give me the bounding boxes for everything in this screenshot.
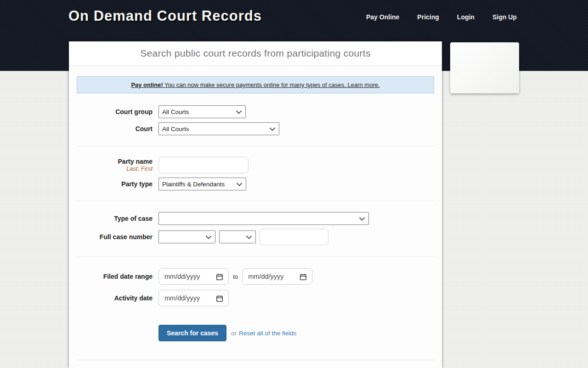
type-of-case-label: Type of case	[77, 215, 153, 222]
page-title: Search public court records from partici…	[140, 48, 370, 59]
filed-date-from-input[interactable]: mm/dd/yyyy	[158, 268, 229, 285]
nav-signup[interactable]: Sign Up	[492, 13, 517, 21]
type-of-case-row: Type of case	[77, 212, 434, 225]
filed-date-to-input[interactable]: mm/dd/yyyy	[242, 268, 312, 285]
party-name-input[interactable]	[158, 157, 249, 173]
party-type-row: Party type Plaintiffs & Defendants	[77, 178, 434, 190]
chevron-down-icon	[237, 183, 242, 186]
calendar-icon[interactable]	[216, 273, 223, 281]
date-placeholder: mm/dd/yyyy	[164, 273, 200, 280]
calendar-icon[interactable]	[300, 273, 307, 281]
party-type-select-value: Plaintiffs & Defendants	[162, 181, 225, 188]
pay-online-banner-bold: Pay online!	[131, 81, 163, 88]
pay-online-banner-text: You can now make secure payments online …	[163, 81, 380, 88]
actions-row: Search for cases or Reset all of the fie…	[77, 325, 434, 341]
court-group-select[interactable]: All Courts	[158, 105, 246, 118]
chevron-down-icon	[206, 236, 211, 239]
section-divider	[77, 201, 434, 201]
card-header: Search public court records from partici…	[69, 41, 442, 66]
chevron-down-icon	[359, 217, 365, 221]
section-divider	[77, 360, 434, 360]
court-row: Court All Courts	[77, 122, 434, 135]
court-group-select-value: All Courts	[162, 109, 189, 115]
type-of-case-select[interactable]	[158, 212, 369, 225]
case-number-select-1[interactable]	[158, 230, 215, 243]
filed-date-range-label: Filed date range	[77, 273, 153, 280]
search-form: Pay online! You can now make secure paym…	[69, 76, 442, 360]
reset-link[interactable]: Reset all of the fields	[239, 330, 296, 337]
nav-login[interactable]: Login	[457, 13, 475, 21]
chevron-down-icon	[236, 110, 242, 114]
case-number-input[interactable]	[260, 229, 328, 245]
section-divider	[77, 146, 434, 146]
nav-pricing[interactable]: Pricing	[417, 13, 439, 21]
court-group-label: Court group	[77, 108, 153, 115]
party-name-hint: Last, First	[77, 166, 153, 172]
court-group-row: Court group All Courts	[77, 105, 434, 118]
site-logo[interactable]: On Demand Court Records	[68, 8, 262, 24]
chevron-down-icon	[270, 127, 275, 131]
activity-date-input[interactable]: mm/dd/yyyy	[158, 290, 229, 306]
calendar-icon[interactable]	[216, 295, 223, 302]
party-name-label-text: Party name	[118, 158, 153, 165]
activity-date-label: Activity date	[77, 294, 153, 302]
party-type-label: Party type	[77, 180, 153, 188]
pay-online-banner-link[interactable]: Pay online! You can now make secure paym…	[131, 81, 379, 88]
court-select[interactable]: All Courts	[158, 122, 279, 135]
court-label: Court	[77, 125, 153, 132]
party-name-row: Party name Last, First	[77, 157, 434, 173]
search-button[interactable]: Search for cases	[158, 325, 226, 341]
court-select-value: All Courts	[162, 126, 189, 132]
pay-online-banner: Pay online! You can now make secure paym…	[77, 76, 434, 93]
chevron-down-icon	[246, 236, 252, 239]
promo-box	[450, 42, 519, 93]
party-type-select[interactable]: Plaintiffs & Defendants	[158, 178, 246, 190]
full-case-number-row: Full case number	[77, 229, 434, 245]
section-divider	[77, 256, 434, 257]
case-number-select-2[interactable]	[219, 230, 256, 243]
date-placeholder: mm/dd/yyyy	[248, 273, 283, 280]
or-text: or	[231, 330, 237, 337]
search-card: Search public court records from partici…	[69, 41, 442, 368]
date-range-separator: to	[233, 273, 238, 280]
activity-date-row: Activity date mm/dd/yyyy	[77, 290, 434, 306]
filed-date-range-row: Filed date range mm/dd/yyyy to mm/dd/yyy…	[77, 268, 434, 285]
main-nav: Pay Online Pricing Login Sign Up	[366, 13, 517, 21]
date-placeholder: mm/dd/yyyy	[164, 294, 200, 302]
nav-pay-online[interactable]: Pay Online	[366, 13, 399, 21]
party-name-label: Party name Last, First	[77, 158, 153, 172]
full-case-number-label: Full case number	[77, 233, 153, 241]
